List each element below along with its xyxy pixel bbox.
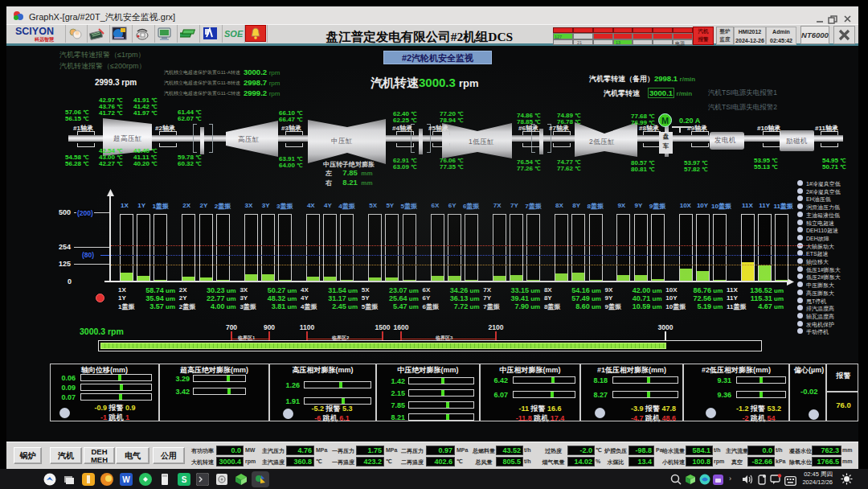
svg-text:W: W: [122, 475, 130, 484]
svg-text:S: S: [181, 475, 186, 484]
